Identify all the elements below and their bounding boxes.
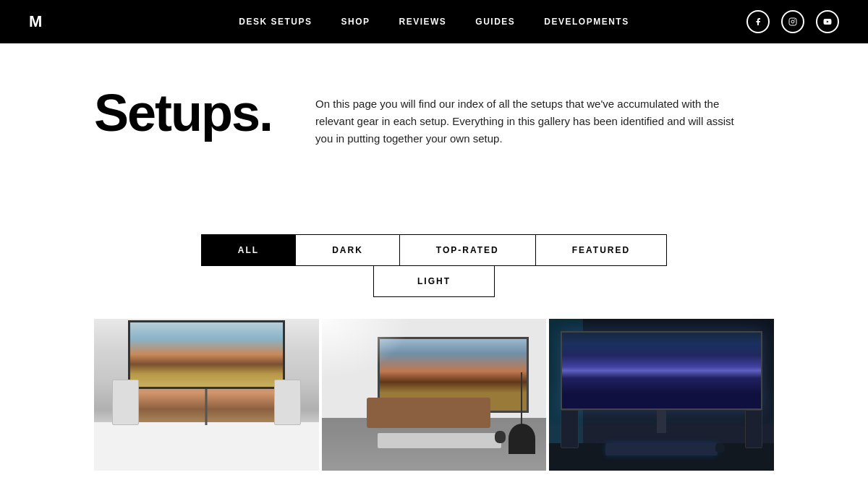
spacer (0, 176, 868, 234)
youtube-icon[interactable] (816, 10, 839, 33)
filter-top-rated-button[interactable]: TOP-RATED (400, 235, 536, 265)
svg-rect-0 (789, 18, 796, 25)
filter-tabs: ALL DARK TOP-RATED FEATURED LIGHT (0, 234, 868, 297)
nav-link-shop[interactable]: SHOP (341, 17, 370, 27)
nav-link-guides[interactable]: GUIDES (475, 17, 515, 27)
instagram-icon[interactable] (781, 10, 804, 33)
page-title: Setups. (94, 87, 272, 139)
gallery-item-3[interactable] (549, 319, 774, 471)
filter-top-row: ALL DARK TOP-RATED FEATURED (201, 234, 667, 266)
hero-section: Setups. On this page you will find our i… (0, 43, 868, 176)
filter-dark-button[interactable]: DARK (296, 235, 400, 265)
navigation: M DESK SETUPS SHOP REVIEWS GUIDES DEVELO… (0, 0, 868, 43)
svg-point-2 (795, 20, 796, 20)
hero-description: On this page you will find our index of … (315, 87, 735, 147)
facebook-icon[interactable] (746, 10, 770, 33)
nav-link-developments[interactable]: DEVELOPMENTS (544, 17, 629, 27)
filter-featured-button[interactable]: FEATURED (536, 235, 666, 265)
gallery-section (0, 319, 868, 471)
svg-point-1 (791, 20, 794, 23)
filter-light-button[interactable]: LIGHT (373, 265, 495, 297)
filter-bottom-row: LIGHT (373, 265, 495, 297)
nav-links: DESK SETUPS SHOP REVIEWS GUIDES DEVELOPM… (239, 17, 629, 27)
nav-social-icons (746, 10, 839, 33)
nav-logo[interactable]: M (29, 12, 43, 31)
nav-link-desk-setups[interactable]: DESK SETUPS (239, 17, 312, 27)
gallery-item-1[interactable] (94, 319, 319, 471)
filter-all-button[interactable]: ALL (202, 235, 296, 265)
gallery-item-2[interactable] (322, 319, 547, 471)
nav-link-reviews[interactable]: REVIEWS (399, 17, 446, 27)
